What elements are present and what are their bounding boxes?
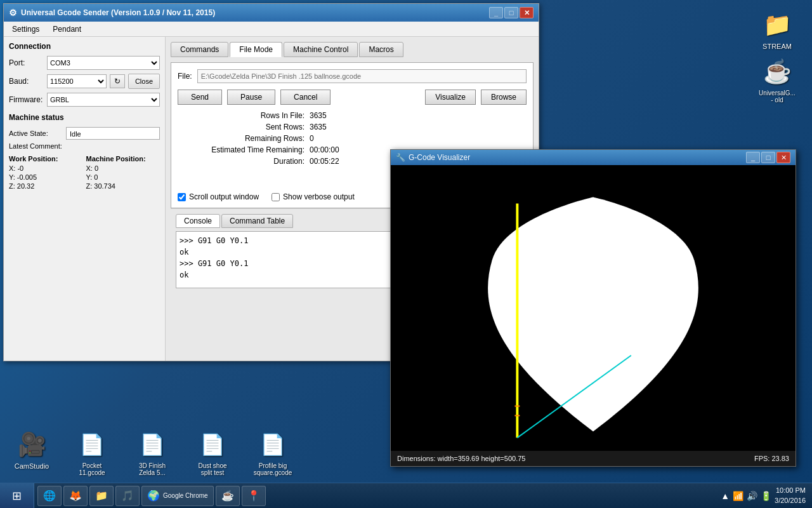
baud-select[interactable]: 115200 (47, 74, 107, 88)
sent-rows-value: 3635 (310, 123, 327, 131)
work-position-header: Work Position: (9, 155, 83, 163)
maximize-button[interactable]: □ (504, 7, 518, 18)
menu-bar: Settings Pendant (4, 22, 539, 37)
universal-gcode-old-label: UniversalG...- old (759, 90, 796, 104)
tab-command-table[interactable]: Command Table (221, 214, 293, 228)
visualizer-minimize[interactable]: _ (746, 152, 760, 163)
firmware-select[interactable]: GRBL (47, 93, 160, 107)
tab-console[interactable]: Console (176, 214, 220, 228)
duration-label: Duration: (178, 157, 304, 166)
tab-commands[interactable]: Commands (171, 42, 228, 57)
tray-icons: ▲ 📶 🔊 🔋 (721, 491, 771, 501)
visualizer-maximize[interactable]: □ (761, 152, 775, 163)
visualize-button[interactable]: Visualize (425, 90, 476, 105)
clock-time: 10:00 PM (775, 486, 806, 495)
visualizer-title: G-Code Visualizer (409, 153, 743, 162)
position-section: Work Position: X: -0 Y: -0.005 Z: 20.32 … (9, 155, 160, 191)
app-icon: ⚙ (9, 8, 17, 18)
settings-menu[interactable]: Settings (7, 23, 44, 36)
scroll-output-checkbox[interactable] (178, 193, 186, 201)
close-button[interactable]: ✕ (520, 7, 534, 18)
latest-comment-row: Latest Comment: (9, 142, 160, 150)
desktop: 📁 STREAM ☕ UniversalG...- old 🎥 CamStudi… (0, 0, 812, 508)
remaining-rows-label: Remaining Rows: (178, 134, 304, 143)
title-bar: ⚙ Universal Gcode Sender (Version 1.0.9 … (4, 4, 539, 22)
work-position-col: Work Position: X: -0 Y: -0.005 Z: 20.32 (9, 155, 83, 191)
firmware-label: Firmware: (9, 95, 44, 104)
minimize-button[interactable]: _ (489, 7, 503, 18)
browse-button[interactable]: Browse (481, 90, 527, 105)
tab-machine-control[interactable]: Machine Control (284, 42, 358, 57)
file-row: File: (178, 69, 527, 83)
work-x: X: -0 (9, 164, 83, 172)
tray-volume-icon: 🔊 (747, 491, 757, 501)
clock-date: 3/20/2016 (775, 496, 806, 505)
taskbar-explorer-icon[interactable]: 📁 (89, 486, 114, 506)
3d-finish-label: 3D FinishZelda 5... (139, 462, 166, 476)
action-buttons: Send Pause Cancel Visualize Browse (178, 90, 527, 105)
duration-value: 00:05:22 (310, 157, 339, 166)
java-taskbar-icon: ☕ (221, 490, 234, 502)
taskbar-firefox-icon[interactable]: 🦊 (63, 486, 88, 506)
media-icon: 🎵 (121, 490, 134, 502)
3d-finish-img: 📄 (137, 429, 167, 460)
port-label: Port: (9, 58, 44, 67)
explorer-icon: 📁 (95, 490, 108, 502)
rows-in-file-label: Rows In File: (178, 111, 304, 120)
taskbar-media-icon[interactable]: 🎵 (115, 486, 140, 506)
pocket-gcode-icon[interactable]: 📄 Pocket11.gcode (67, 429, 117, 476)
visualizer-window: 🔧 G-Code Visualizer _ □ ✕ (390, 149, 796, 467)
connection-title: Connection (9, 42, 160, 51)
file-path-input[interactable] (197, 69, 527, 83)
tab-macros[interactable]: Macros (359, 42, 403, 57)
stream-label: STREAM (763, 43, 792, 50)
tray-arrow-icon: ▲ (721, 491, 730, 501)
visualizer-content (391, 165, 796, 451)
profile-gcode-icon[interactable]: 📄 Profile bigsquare.gcode (247, 429, 298, 476)
dust-shoe-icon[interactable]: 📄 Dust shoesplit test (187, 429, 238, 476)
start-button[interactable]: ⊞ (0, 483, 34, 509)
profile-gcode-img: 📄 (258, 429, 288, 460)
tabs: Commands File Mode Machine Control Macro… (171, 42, 534, 57)
send-button[interactable]: Send (178, 90, 222, 105)
port-select[interactable]: COM3 (47, 56, 160, 70)
pocket-gcode-label: Pocket11.gcode (79, 462, 105, 476)
dimensions-text: Dimensions: width=359.69 height=500.75 (397, 455, 525, 462)
taskbar-tray: ▲ 📶 🔊 🔋 10:00 PM 3/20/2016 (714, 486, 812, 505)
stream-folder-icon: 📁 (762, 10, 792, 40)
taskbar-chrome-icon[interactable]: 🌍 Google Chrome (141, 486, 214, 506)
refresh-button[interactable]: ↻ (110, 74, 125, 88)
gcode-visualization (391, 165, 796, 451)
visualizer-close[interactable]: ✕ (776, 152, 790, 163)
desktop-icons-bottom: 🎥 CamStudio 📄 Pocket11.gcode 📄 3D Finish… (6, 429, 298, 476)
app-taskbar-icon: 📍 (247, 490, 260, 502)
3d-finish-icon[interactable]: 📄 3D FinishZelda 5... (127, 429, 178, 476)
ie-icon: 🌐 (43, 490, 56, 502)
close-connection-button[interactable]: Close (128, 74, 160, 89)
camstudio-img: 🎥 (16, 429, 47, 460)
desktop-icons-top-right: 📁 STREAM ☕ UniversalG...- old (742, 0, 812, 113)
pause-button[interactable]: Pause (227, 90, 275, 105)
visualizer-icon: 🔧 (396, 153, 405, 162)
taskbar-ie-icon[interactable]: 🌐 (37, 486, 62, 506)
pendant-menu[interactable]: Pendant (48, 23, 86, 36)
active-state-row: Active State: Idle (9, 127, 160, 140)
remaining-rows-value: 0 (310, 134, 314, 143)
show-verbose-checkbox[interactable] (272, 193, 280, 201)
machine-position-header: Machine Position: (86, 155, 160, 163)
taskbar-app-icon[interactable]: 📍 (242, 486, 266, 506)
visualizer-status-bar: Dimensions: width=359.69 height=500.75 F… (391, 451, 796, 466)
universal-gcode-old-icon[interactable]: ☕ UniversalG...- old (752, 57, 802, 104)
machine-x: X: 0 (86, 164, 160, 172)
active-state-value: Idle (66, 127, 160, 140)
camstudio-icon[interactable]: 🎥 CamStudio (6, 429, 57, 476)
taskbar-java-icon[interactable]: ☕ (216, 486, 240, 506)
machine-y: Y: 0 (86, 173, 160, 181)
dust-shoe-label: Dust shoesplit test (198, 462, 226, 476)
pocket-gcode-img: 📄 (77, 429, 107, 460)
stream-icon[interactable]: 📁 STREAM (752, 10, 802, 50)
machine-status-title: Machine status (9, 113, 160, 122)
firmware-row: Firmware: GRBL (9, 93, 160, 107)
tab-file-mode[interactable]: File Mode (230, 42, 282, 57)
cancel-button[interactable]: Cancel (280, 90, 331, 105)
